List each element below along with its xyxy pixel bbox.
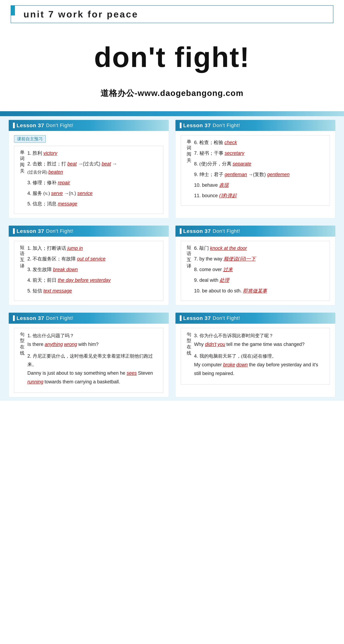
panel1-labels: 单 词 阅 关 [19, 149, 27, 174]
panel3-section-row: 短 语 互 译 1. 加入；打断谈话 jump in 2. 不在 [19, 244, 159, 298]
panel1-lesson: Lesson 37 [17, 122, 44, 128]
phrase-entry-2: 2. 不在服务区；有故障 out of service [27, 255, 159, 263]
phrase-entry-7: 7. by the way 顺便说(问)一下 [194, 255, 326, 263]
sentence-entry-1: 1. 他出什么问题了吗？ Is there anything wrong wit… [27, 331, 159, 349]
panel5-lesson: Lesson 37 [17, 315, 44, 321]
panel1-content: 单 词 阅 关 1. 胜利 victory [14, 146, 163, 214]
panel-sentences2-header: Lesson 37 Don't Fight! [175, 313, 335, 324]
word-entry-6: 6. 检查；检验 check [194, 138, 326, 147]
word-entry-7: 7. 秘书；干事 secretary [194, 149, 326, 158]
panel-header-accent5 [13, 315, 15, 321]
panel1-subtitle: Don't Fight! [46, 122, 73, 128]
word-entry-11: 11. bounce (球)弹起 [194, 192, 326, 200]
phrase-entry-4: 4. 前天；前日 the day before yesterday [27, 276, 159, 284]
panel-sentences1-header: Lesson 37 Don't Fight! [9, 313, 169, 324]
phrase-entry-10: 10. be about to do sth. 即将做某事 [194, 287, 326, 295]
panel2-subtitle: Don't Fight! [213, 122, 240, 128]
panel2-lesson: Lesson 37 [183, 122, 211, 128]
word-entry-5: 5. 信息；消息 message [27, 200, 159, 208]
sentence-entry-4: 4. 我的电脑前天坏了，(现在)还在修理。 My computer broke … [194, 352, 326, 378]
panel5-entries: 1. 他出什么问题了吗？ Is there anything wrong wit… [27, 331, 159, 390]
panel4-entries: 6. 敲门 knock at the door 7. by the way 顺便… [194, 244, 326, 298]
panel-header-accent2 [180, 122, 182, 128]
sentence-entry-2: 2. 丹尼正要说什么，这时他看见史蒂文拿着篮球正朝他们跑过来。 Danny is… [27, 352, 159, 386]
website-section: 道格办公-www.daogebangong.com [0, 77, 344, 106]
panel6-lesson: Lesson 37 [183, 315, 211, 321]
panel6-entries: 3. 你为什么不告诉我比赛时间变了呢？ Why didn't you tell … [194, 331, 326, 381]
blue-separator [0, 111, 344, 116]
panels-grid: Lesson 37 Don't Fight! 课前自主预习 单 词 阅 关 1. [0, 116, 344, 401]
header-title: unit 7 work for peace [16, 9, 138, 20]
panel4-body: 短 语 互 译 6. 敲门 knock at the door 7. by th… [175, 237, 335, 305]
panel3-lesson: Lesson 37 [17, 228, 44, 234]
panel-header-accent [13, 122, 15, 128]
panel-vocab1-header: Lesson 37 Don't Fight! [9, 120, 169, 131]
phrase-entry-9: 9. deal with 处理 [194, 276, 326, 284]
hero-section: don't fight! [0, 27, 344, 77]
panel2-labels: 单 词 阅 关 [185, 138, 194, 164]
panel6-section-row: 句 型 在 线 3. 你为什么不告诉我比赛时间变了呢？ Why didn't [185, 331, 326, 381]
panel5-body: 句 型 在 线 1. 他出什么问题了吗？ Is there anything [9, 324, 169, 397]
panel2-body: 单 词 阅 关 6. 检查；检验 check 7. 秘书；干事 [175, 131, 335, 210]
phrase-entry-5: 5. 短信 text message [27, 287, 159, 295]
word-entry-3: 3. 修理；修补 repair [27, 179, 159, 187]
word-entry-8: 8. (使)分开，分离 separate [194, 160, 326, 168]
website-text: 道格办公-www.daogebangong.com [100, 88, 244, 98]
panel4-lesson: Lesson 37 [183, 228, 211, 234]
panel5-section-row: 句 型 在 线 1. 他出什么问题了吗？ Is there anything [19, 331, 159, 390]
panel-sentences1: Lesson 37 Don't Fight! 句 型 在 线 1. [9, 312, 169, 397]
panel-phrases1-header: Lesson 37 Don't Fight! [9, 226, 169, 237]
panel2-section-row: 单 词 阅 关 6. 检查；检验 check 7. 秘书；干事 [185, 138, 326, 202]
panel2-entries: 6. 检查；检验 check 7. 秘书；干事 secretary 8. (使)… [194, 138, 326, 202]
panel4-section-row: 短 语 互 译 6. 敲门 knock at the door 7. by th… [185, 244, 326, 298]
header: unit 7 work for peace [11, 5, 333, 23]
panel3-entries: 1. 加入；打断谈话 jump in 2. 不在服务区；有故障 out of s… [27, 244, 159, 298]
hero-title: don't fight! [0, 41, 344, 74]
panel5-labels: 句 型 在 线 [19, 331, 27, 356]
phrase-entry-8: 8. come over 过来 [194, 266, 326, 274]
panel6-labels: 句 型 在 线 [185, 331, 194, 356]
header-accent [11, 6, 15, 16]
panel3-body: 短 语 互 译 1. 加入；打断谈话 jump in 2. 不在 [9, 237, 169, 305]
word-entry-4: 4. 服务 (v.) serve →(n.) service [27, 190, 159, 198]
panel-vocab2: Lesson 37 Don't Fight! 单 词 阅 关 6. 检查；检验 [175, 120, 336, 218]
phrase-entry-6: 6. 敲门 knock at the door [194, 244, 326, 252]
sentence-entry-3: 3. 你为什么不告诉我比赛时间变了呢？ Why didn't you tell … [194, 331, 326, 349]
panel4-content: 短 语 互 译 6. 敲门 knock at the door 7. by th… [181, 241, 330, 301]
panel1-section-row: 单 词 阅 关 1. 胜利 victory [19, 149, 159, 210]
panel-header-accent4 [180, 228, 182, 234]
panel4-subtitle: Don't Fight! [213, 228, 240, 234]
panel-header-accent6 [180, 315, 182, 321]
panel3-content: 短 语 互 译 1. 加入；打断谈话 jump in 2. 不在 [14, 241, 163, 301]
panel2-content: 单 词 阅 关 6. 检查；检验 check 7. 秘书；干事 [181, 135, 330, 206]
panel-vocab2-header: Lesson 37 Don't Fight! [175, 120, 335, 131]
panel3-subtitle: Don't Fight! [46, 228, 73, 234]
panel-phrases2-header: Lesson 37 Don't Fight! [175, 226, 335, 237]
panel6-body: 句 型 在 线 3. 你为什么不告诉我比赛时间变了呢？ Why didn't [175, 324, 335, 389]
panel6-subtitle: Don't Fight! [213, 315, 240, 321]
panel-sentences2: Lesson 37 Don't Fight! 句 型 在 线 3. [175, 312, 336, 397]
panel5-content: 句 型 在 线 1. 他出什么问题了吗？ Is there anything [14, 328, 163, 393]
panel1-body: 课前自主预习 单 词 阅 关 1. 胜利 victory [9, 131, 169, 218]
panel-vocab1: Lesson 37 Don't Fight! 课前自主预习 单 词 阅 关 1. [9, 120, 169, 218]
panel1-entries: 1. 胜利 victory 2. 击败；胜过；打 beat →(过去式) bea… [27, 149, 159, 210]
phrase-entry-1: 1. 加入；打断谈话 jump in [27, 244, 159, 252]
panel3-labels: 短 语 互 译 [19, 244, 27, 269]
panel-header-accent3 [13, 228, 15, 234]
panel-phrases2: Lesson 37 Don't Fight! 短 语 互 译 6. 敲门 [175, 226, 336, 305]
panel6-content: 句 型 在 线 3. 你为什么不告诉我比赛时间变了呢？ Why didn't [181, 328, 330, 384]
word-entry-2: 2. 击败；胜过；打 beat →(过去式) beat → (过去分词) bea… [27, 160, 159, 176]
phrase-entry-3: 3. 发生故障 break down [27, 266, 159, 274]
panel-phrases1: Lesson 37 Don't Fight! 短 语 互 译 1. 加入；打断谈… [9, 226, 169, 305]
preview-badge: 课前自主预习 [14, 135, 46, 143]
panel5-subtitle: Don't Fight! [46, 315, 73, 321]
word-entry-10: 10. behave 表现 [194, 181, 326, 190]
word-entry-9: 9. 绅士；君子 gentleman →(复数) gentlemen [194, 170, 326, 179]
panel4-labels: 短 语 互 译 [185, 244, 194, 269]
word-entry-1: 1. 胜利 victory [27, 149, 159, 158]
